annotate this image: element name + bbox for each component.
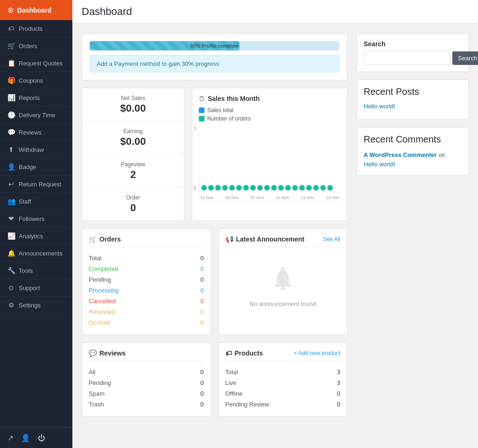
recent-comments-widget: Recent Comments A WordPress Commenter on…	[357, 127, 469, 176]
sidebar-item-staff[interactable]: 👥 Staff	[0, 193, 72, 210]
dashboard-icon: ⊛	[7, 6, 14, 14]
review-row-label: All	[89, 369, 95, 376]
orders-icon: 🛒	[7, 42, 15, 50]
earning-label: Earning	[91, 128, 175, 135]
sidebar-item-support[interactable]: ⊙ Support	[0, 279, 72, 297]
announcement-title: 📢 Latest Announcement	[225, 235, 305, 243]
chart-area: 1 0 01 Nov04 Nov07 Nov10 Nov13 Nov16 Nov	[199, 126, 340, 200]
products-title-text: Products	[235, 349, 263, 357]
earning-stat: Earning $0.00	[82, 121, 184, 155]
sidebar-item-tools[interactable]: 🔧 Tools	[0, 262, 72, 279]
add-product-link[interactable]: + Add new product	[294, 350, 340, 356]
chart-y-zero: 0	[194, 185, 197, 191]
sidebar-item-followers[interactable]: ❤ Followers	[0, 210, 72, 228]
sidebar-item-request-quotes[interactable]: 📋 Request Quotes	[0, 55, 72, 72]
recent-post-item[interactable]: Hello world!	[364, 103, 462, 110]
order-row: On hold0	[89, 317, 204, 328]
product-row-label: Live	[225, 379, 237, 386]
products-panel-title: 🏷 Products	[225, 349, 263, 357]
sidebar-item-reports[interactable]: 📊 Reports	[0, 89, 72, 107]
followers-icon: ❤	[7, 215, 15, 222]
chart-dot	[299, 185, 305, 191]
user-icon[interactable]: 👤	[21, 434, 30, 442]
sidebar-label-badge: Badge	[19, 164, 36, 171]
sidebar-item-announcements[interactable]: 🔔 Announcements	[0, 245, 72, 262]
sidebar-item-analytics[interactable]: 📈 Analytics	[0, 228, 72, 245]
chart-x-label: 01 Nov	[200, 195, 214, 200]
order-label: Order	[91, 194, 175, 201]
sidebar-item-orders[interactable]: 🛒 Orders	[0, 37, 72, 55]
legend-sales-total: Sales total	[199, 107, 340, 114]
bell-svg	[269, 267, 297, 295]
review-row-label: Pending	[89, 379, 111, 386]
chart-x-labels: 01 Nov04 Nov07 Nov10 Nov13 Nov16 Nov	[199, 195, 340, 200]
settings-icon: ⚙	[7, 301, 15, 309]
product-row-label: Pending Review	[225, 401, 269, 408]
products-table: Total3Live3Offline0Pending Review0	[225, 367, 341, 410]
sidebar-item-products[interactable]: 🏷 Products	[0, 20, 72, 37]
review-row-label: Trash	[89, 401, 104, 408]
chart-dot	[243, 185, 249, 191]
order-row-value: 0	[200, 308, 204, 315]
order-row-label: Total	[89, 255, 101, 262]
chart-dot	[320, 185, 326, 191]
progress-bar: 60% Profile complete	[90, 41, 339, 50]
sidebar-item-badge[interactable]: 👤 Badge	[0, 158, 72, 176]
sidebar-label-settings: Settings	[19, 302, 41, 309]
search-input[interactable]	[364, 51, 450, 65]
product-row-value: 0	[337, 390, 340, 397]
sidebar-item-coupons[interactable]: 🎁 Coupons	[0, 72, 72, 89]
order-row-value: 0	[200, 265, 204, 272]
legend-num-orders: Number of orders	[199, 115, 340, 122]
staff-icon: 👥	[7, 198, 15, 205]
search-button[interactable]: Search	[452, 51, 478, 65]
external-link-icon[interactable]: ↗	[7, 434, 14, 442]
products-panel: 🏷 Products + Add new product Total3Live3…	[218, 342, 348, 417]
power-icon[interactable]: ⏻	[38, 434, 45, 442]
chart-header: 🗒 Sales this Month	[199, 95, 340, 102]
recent-comment-item: A WordPress Commenter on Hello world!	[364, 150, 462, 169]
orders-cart-icon: 🛒	[89, 235, 97, 243]
search-widget-title: Search	[364, 40, 462, 48]
product-row-value: 3	[337, 379, 340, 386]
sidebar-label-withdraw: Withdraw	[19, 146, 44, 153]
order-row: Cancelled0	[89, 296, 204, 306]
comment-author[interactable]: A WordPress Commenter	[364, 151, 437, 158]
support-icon: ⊙	[7, 284, 15, 292]
chart-x-label: 16 Nov	[326, 195, 339, 200]
order-row: Pending0	[89, 274, 204, 285]
stats-panel: Net Sales $0.00 Earning $0.00 Pageview 2…	[82, 88, 184, 221]
net-sales-label: Net Sales	[91, 95, 175, 101]
order-row: Total0	[89, 253, 204, 263]
chart-dot	[271, 185, 277, 191]
pageview-label: Pageview	[91, 161, 175, 168]
product-row-value: 0	[337, 401, 340, 408]
see-all-link[interactable]: See All	[323, 236, 340, 242]
sidebar-item-settings[interactable]: ⚙ Settings	[0, 297, 72, 314]
products-tag-icon: 🏷	[225, 349, 232, 357]
sidebar-item-withdraw[interactable]: ⬆ Withdraw	[0, 141, 72, 158]
chart-dot	[264, 185, 270, 191]
chart-x-label: 07 Nov	[251, 195, 264, 200]
sidebar-item-dashboard[interactable]: ⊛ Dashboard	[0, 0, 72, 20]
sidebar-label-request-quotes: Request Quotes	[19, 60, 63, 67]
order-value: 0	[91, 202, 175, 214]
sidebar-label-analytics: Analytics	[19, 233, 43, 240]
order-row-value: 0	[200, 298, 204, 305]
order-row: Refunded0	[89, 306, 204, 317]
order-row-label: On hold	[89, 319, 110, 326]
product-row-label: Total	[225, 369, 238, 376]
recent-comments-title: Recent Comments	[364, 134, 462, 145]
recent-posts-widget: Recent Posts Hello world!	[357, 79, 469, 120]
legend-dot-sales	[199, 107, 204, 113]
recent-posts-title: Recent Posts	[364, 86, 462, 97]
comment-post-link[interactable]: Hello world!	[364, 161, 395, 168]
coupons-icon: 🎁	[7, 77, 15, 84]
sidebar-item-return-request[interactable]: ↩ Return Request	[0, 176, 72, 193]
order-row-label: Processing	[89, 287, 119, 294]
review-row-value: 0	[200, 401, 204, 408]
sidebar-item-reviews[interactable]: 💬 Reviews	[0, 124, 72, 141]
tools-icon: 🔧	[7, 267, 15, 274]
sidebar-item-delivery-time[interactable]: 🕐 Delivery Time	[0, 107, 72, 124]
product-row-label: Offline	[225, 390, 243, 397]
